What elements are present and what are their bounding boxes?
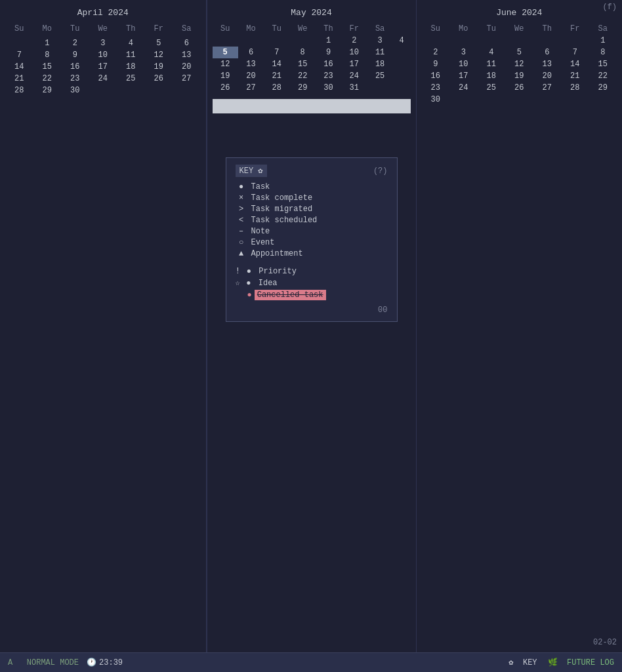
calendar-day[interactable]: 6 (173, 37, 201, 49)
calendar-day[interactable]: 31 (341, 82, 367, 94)
calendar-day[interactable]: 22 (589, 70, 617, 82)
calendar-day[interactable]: 30 (61, 85, 89, 96)
calendar-day[interactable]: 2 (61, 37, 89, 49)
calendar-day[interactable]: 23 (61, 73, 89, 85)
calendar-day[interactable]: 25 (478, 82, 506, 94)
calendar-day[interactable]: 11 (478, 58, 506, 70)
calendar-day[interactable]: 13 (173, 49, 201, 61)
calendar-day[interactable]: 26 (505, 82, 533, 94)
calendar-day[interactable]: 19 (145, 61, 173, 73)
calendar-day[interactable]: 17 (89, 61, 117, 73)
calendar-day[interactable]: 3 (449, 47, 478, 58)
calendar-day[interactable]: 21 (561, 70, 589, 82)
calendar-day[interactable]: 14 (561, 58, 589, 70)
calendar-day[interactable]: 1 (33, 37, 62, 49)
calendar-day[interactable]: 24 (449, 82, 478, 94)
calendar-day[interactable]: 10 (341, 47, 367, 58)
key-popup-header: KEY ✿ (?) (236, 165, 388, 177)
calendar-day[interactable]: 23 (316, 70, 341, 82)
key-item-task-scheduled: < Task scheduled (236, 216, 388, 225)
calendar-day[interactable]: 16 (422, 70, 450, 82)
calendar-day[interactable]: 19 (213, 70, 238, 82)
calendar-day[interactable]: 2 (341, 35, 367, 47)
calendar-day[interactable]: 3 (367, 35, 392, 47)
calendar-day[interactable]: 5 (505, 47, 533, 58)
calendar-day[interactable]: 29 (289, 82, 315, 94)
event-symbol: ○ (236, 238, 247, 247)
calendar-day[interactable]: 15 (289, 58, 315, 70)
calendar-day[interactable]: 21 (5, 73, 33, 85)
calendar-day[interactable]: 18 (117, 61, 145, 73)
calendar-day[interactable]: 27 (533, 82, 562, 94)
calendar-day[interactable]: 7 (5, 49, 33, 61)
calendar-day[interactable]: 28 (264, 82, 289, 94)
calendar-day[interactable]: 13 (533, 58, 562, 70)
calendar-day[interactable]: 23 (422, 82, 450, 94)
calendar-day[interactable]: 10 (449, 58, 478, 70)
calendar-day[interactable]: 30 (316, 82, 341, 94)
calendar-day[interactable]: 27 (238, 82, 264, 94)
calendar-day[interactable]: 3 (89, 37, 117, 49)
calendar-day[interactable]: 7 (264, 47, 289, 58)
calendar-day[interactable]: 9 (422, 58, 450, 70)
calendar-day (145, 85, 173, 96)
calendar-day[interactable]: 30 (422, 94, 450, 106)
calendar-day[interactable]: 17 (449, 70, 478, 82)
calendar-day[interactable]: 11 (367, 47, 392, 58)
calendar-day[interactable]: 16 (316, 58, 341, 70)
calendar-day[interactable]: 18 (478, 70, 506, 82)
calendar-day[interactable]: 11 (117, 49, 145, 61)
may-header-tu: Tu (264, 23, 289, 35)
calendar-day[interactable]: 19 (505, 70, 533, 82)
calendar-day[interactable]: 20 (533, 70, 562, 82)
calendar-day[interactable]: 28 (561, 82, 589, 94)
calendar-day[interactable]: 12 (213, 58, 238, 70)
calendar-day[interactable]: 20 (238, 70, 264, 82)
calendar-day[interactable]: 27 (173, 73, 201, 85)
calendar-day[interactable]: 8 (589, 47, 617, 58)
calendar-day[interactable]: 28 (5, 85, 33, 96)
calendar-day[interactable]: 5 (213, 47, 238, 58)
calendar-day[interactable]: 24 (341, 70, 367, 82)
calendar-day[interactable]: 12 (145, 49, 173, 61)
calendar-day[interactable]: 25 (367, 70, 392, 82)
key-item-cancelled: ● Cancelled task (236, 290, 388, 300)
calendar-day[interactable]: 8 (33, 49, 62, 61)
calendar-day[interactable]: 12 (505, 58, 533, 70)
calendar-day[interactable]: 26 (213, 82, 238, 94)
calendar-day[interactable]: 20 (173, 61, 201, 73)
calendar-day[interactable]: 18 (367, 58, 392, 70)
calendar-day[interactable]: 25 (117, 73, 145, 85)
calendar-day[interactable]: 24 (89, 73, 117, 85)
calendar-day[interactable]: 26 (145, 73, 173, 85)
calendar-day[interactable]: 9 (316, 47, 341, 58)
calendar-day[interactable]: 4 (478, 47, 506, 58)
calendar-day[interactable]: 6 (533, 47, 562, 58)
may-title: May 2024 (213, 8, 411, 18)
calendar-day[interactable]: 4 (393, 35, 411, 47)
appointment-symbol: ▲ (236, 249, 247, 258)
calendar-day[interactable]: 6 (238, 47, 264, 58)
calendar-day[interactable]: 1 (589, 35, 617, 47)
calendar-day[interactable]: 21 (264, 70, 289, 82)
calendar-day[interactable]: 1 (316, 35, 341, 47)
calendar-day[interactable]: 29 (589, 82, 617, 94)
calendar-day[interactable]: 4 (117, 37, 145, 49)
calendar-day[interactable]: 5 (145, 37, 173, 49)
calendar-day[interactable]: 14 (5, 61, 33, 73)
calendar-day[interactable]: 15 (33, 61, 62, 73)
calendar-day[interactable]: 15 (589, 58, 617, 70)
calendar-day[interactable]: 22 (289, 70, 315, 82)
calendar-day[interactable]: 17 (341, 58, 367, 70)
calendar-day[interactable]: 8 (289, 47, 315, 58)
calendar-day[interactable]: 9 (61, 49, 89, 61)
calendar-day[interactable]: 29 (33, 85, 62, 96)
calendar-day[interactable]: 10 (89, 49, 117, 61)
calendar-day[interactable]: 13 (238, 58, 264, 70)
calendar-day[interactable]: 22 (33, 73, 62, 85)
calendar-day[interactable]: 7 (561, 47, 589, 58)
calendar-day[interactable]: 2 (422, 47, 450, 58)
search-bar[interactable] (213, 99, 411, 113)
calendar-day[interactable]: 16 (61, 61, 89, 73)
calendar-day[interactable]: 14 (264, 58, 289, 70)
